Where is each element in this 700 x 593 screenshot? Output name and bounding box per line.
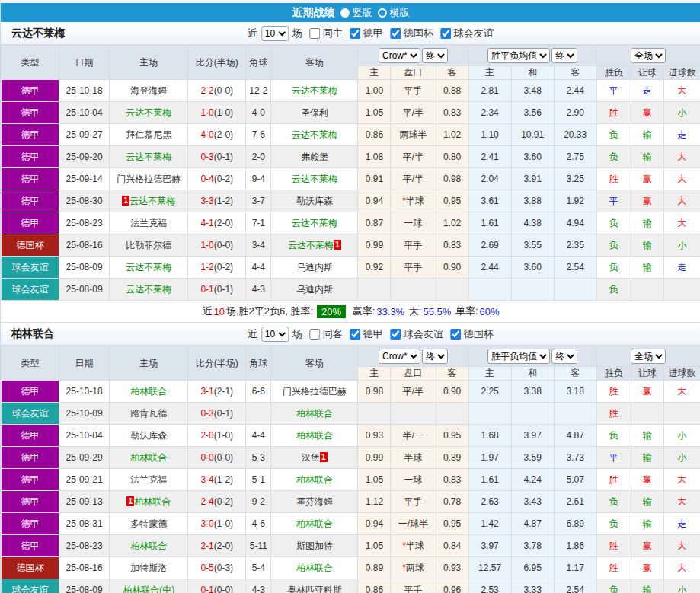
odds-away: 0.88 [436, 80, 468, 102]
fulltime-score: 2-2 [200, 85, 213, 96]
mean-draw [511, 279, 554, 301]
away-team: 斯图加特 [271, 535, 358, 557]
odds-away: 1.02 [436, 124, 468, 146]
match-date: 25-09-14 [59, 168, 110, 190]
result-outcome: 胜 [596, 102, 631, 124]
sub-column-header: 客 [436, 367, 468, 381]
same-venue-checkbox[interactable] [309, 329, 320, 340]
odds-home: 1.12 [358, 491, 391, 513]
type-badge: 球会友谊 [2, 579, 59, 593]
final-odds-select[interactable]: 终 [422, 48, 448, 63]
corners: 12-2 [246, 80, 271, 102]
odds-handicap: 一/球半 [391, 513, 436, 535]
type-badge: 德甲 [2, 124, 59, 146]
recent-count-select[interactable]: 10 [261, 327, 289, 342]
radio-horizontal-layout[interactable]: 横版 [378, 6, 410, 20]
corners: 3-7 [246, 190, 271, 212]
match-row: 德甲25-09-20云达不莱梅0-3(0-1)2-0弗赖堡1.08平/半0.80… [2, 146, 700, 168]
mean-win: 2.53 [468, 579, 511, 593]
mean-draw: 3.43 [511, 491, 554, 513]
mean-lose: 3.25 [554, 168, 596, 190]
league-checkbox-2[interactable] [390, 329, 401, 340]
team-label: 勒沃库森 [130, 430, 167, 441]
fulltime-score: 3-1 [200, 386, 213, 397]
score: 3-0(1-0) [188, 513, 246, 535]
corners: 5-3 [246, 447, 271, 469]
match-row: 德甲25-08-31多特蒙德3-0(1-0)4-6柏林联合0.94一/球半0.9… [2, 513, 700, 535]
result-goals [663, 279, 700, 301]
corners: 5-11 [246, 535, 271, 557]
team-label: 柏林联合 [296, 430, 333, 441]
crow-company-select[interactable]: Crow* [379, 48, 420, 63]
type-badge: 德国杯 [2, 234, 59, 257]
sub-column-header: 盘口 [391, 66, 436, 80]
match-date: 25-08-31 [59, 513, 110, 535]
mean-odds-select[interactable]: 胜平负均值 [487, 349, 550, 364]
mean-draw: 3.56 [511, 102, 554, 124]
mean-win [468, 279, 511, 301]
odds-company-header: Crow*终 [358, 346, 468, 367]
radio-horizontal-label: 横版 [390, 6, 410, 20]
odds-away [436, 403, 468, 425]
red-card-badge: 1 [126, 496, 134, 506]
corners: 4-6 [246, 513, 271, 535]
corners: 2-0 [246, 146, 271, 168]
match-row: 德甲25-10-04勒沃库森2-0(1-0)4-4柏林联合0.93半/一0.95… [2, 425, 700, 447]
sub-column-header: 客 [554, 66, 596, 80]
handicap-label: 两球 [406, 563, 424, 573]
home-team: 1柏林联合 [110, 491, 188, 513]
home-team: 云达不莱梅 [110, 279, 188, 301]
scope-select[interactable]: 全场 [631, 349, 666, 364]
radio-vertical-layout[interactable]: 竖版 [340, 6, 372, 20]
match-date: 25-09-13 [59, 491, 110, 513]
match-row: 德甲25-10-18海登海姆2-2(0-0)12-2云达不莱梅1.00平手0.8… [2, 80, 700, 102]
corners: 4-0 [246, 102, 271, 124]
match-row: 球会友谊25-10-09路肯瓦德0-3(0-1)柏林联合胜 [2, 403, 700, 425]
score: 0-5(0-3) [188, 557, 246, 579]
crow-company-select[interactable]: Crow* [379, 349, 420, 364]
halftime-score: (0-1) [214, 408, 233, 419]
score: 0-3(0-1) [188, 146, 246, 168]
column-header: 比分(半场) [188, 46, 246, 80]
odds-home: 0.92 [358, 257, 391, 279]
odds-home: 0.86 [358, 124, 391, 146]
mean-lose [554, 279, 596, 301]
odds-away: 0.83 [436, 234, 468, 257]
mean-win: 2.04 [468, 168, 511, 190]
recent-count-select[interactable]: 10 [261, 26, 289, 41]
mean-odds-select[interactable]: 胜平负均值 [487, 48, 550, 63]
league-checkbox-3[interactable] [440, 28, 451, 39]
result-outcome: 负 [596, 425, 631, 447]
odds-handicap: 平手 [391, 234, 436, 257]
league-checkbox-1[interactable] [350, 329, 360, 340]
mean-draw: 3.55 [511, 234, 554, 257]
halftime-score: (0-0) [214, 240, 233, 250]
same-venue-checkbox[interactable] [309, 28, 320, 39]
odds-home: 1.00 [358, 80, 391, 102]
score: 1-0(0-0) [188, 234, 246, 257]
final-mean-select[interactable]: 终 [551, 349, 577, 364]
home-team: 柏林联合 [110, 381, 188, 403]
odds-home: 0.91 [358, 168, 391, 190]
mean-win: 1.42 [468, 513, 511, 535]
odds-away: 0.93 [436, 557, 468, 579]
fulltime-score: 0-4 [200, 174, 213, 184]
league-checkbox-3[interactable] [450, 329, 461, 340]
result-outcome: 胜 [596, 535, 631, 557]
match-row: 德甲25-10-18柏林联合3-1(2-1)6-6门兴格拉德巴赫0.98平/半0… [2, 381, 700, 403]
fulltime-score: 3-3 [200, 196, 213, 206]
odds-handicap: 半/一 [391, 425, 436, 447]
fulltime-score: 0-1 [200, 585, 213, 593]
result-handicap: 输 [631, 513, 663, 535]
final-mean-select[interactable]: 终 [551, 48, 577, 63]
result-goals: 小 [663, 234, 700, 257]
final-odds-select[interactable]: 终 [422, 349, 448, 364]
type-badge: 德甲 [2, 535, 59, 557]
league-checkbox-2[interactable] [390, 28, 401, 39]
away-team: 勒沃库森 [271, 190, 358, 212]
odds-handicap: 平/半 [391, 381, 436, 403]
scope-select[interactable]: 全场 [631, 48, 666, 63]
league-checkbox-1[interactable] [350, 28, 360, 39]
mean-lose: 2.54 [554, 257, 596, 279]
mean-lose: 2.61 [554, 491, 596, 513]
